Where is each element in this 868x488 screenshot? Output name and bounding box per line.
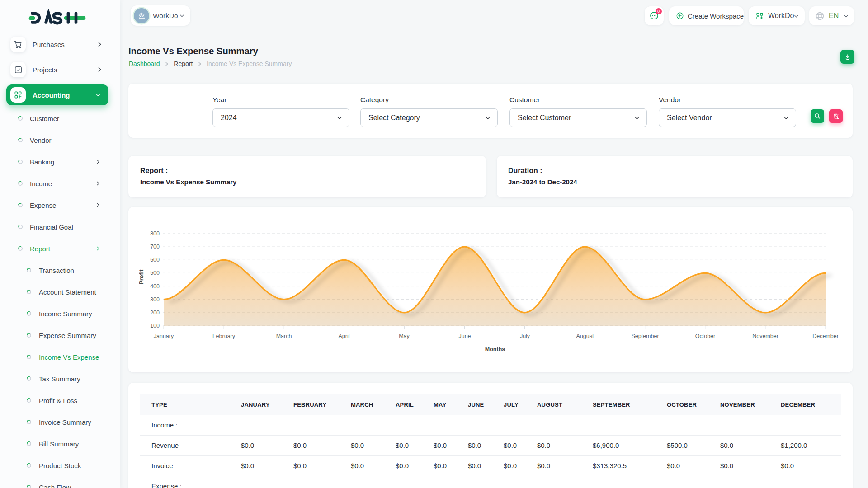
svg-text:September: September [631, 333, 659, 339]
svg-text:600: 600 [150, 257, 160, 263]
svg-text:Months: Months [485, 346, 505, 352]
svg-text:May: May [399, 333, 410, 339]
svg-text:August: August [576, 333, 594, 339]
svg-text:June: June [458, 333, 471, 339]
svg-text:July: July [520, 333, 530, 339]
svg-text:December: December [812, 333, 839, 339]
svg-text:Profit: Profit [138, 269, 145, 284]
svg-text:October: October [695, 333, 715, 339]
svg-text:January: January [154, 333, 174, 339]
svg-text:100: 100 [150, 323, 160, 329]
svg-text:March: March [276, 333, 292, 339]
svg-text:700: 700 [150, 244, 160, 250]
svg-text:200: 200 [150, 310, 160, 316]
svg-text:500: 500 [150, 270, 160, 276]
svg-text:April: April [338, 333, 349, 339]
svg-text:November: November [752, 333, 778, 339]
svg-text:400: 400 [150, 283, 160, 290]
svg-text:300: 300 [150, 296, 160, 303]
svg-text:800: 800 [150, 230, 160, 237]
svg-text:February: February [212, 333, 236, 339]
